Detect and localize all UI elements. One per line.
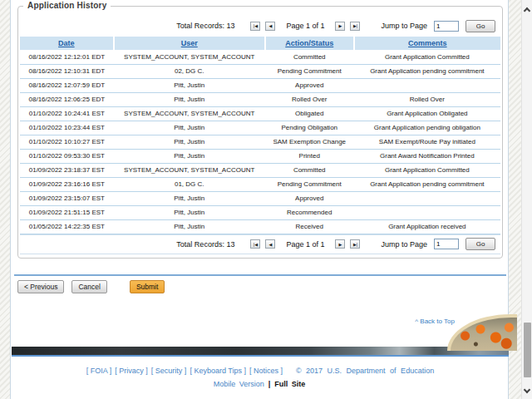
next-page-button[interactable]: ▶ bbox=[335, 22, 345, 31]
cell-date: 01/09/2022 21:51:15 EST bbox=[20, 205, 114, 219]
table-row: 01/10/2022 10:23:44 EST Pitt, Justin Pen… bbox=[20, 121, 500, 135]
cell-comments: Grant Application Committed bbox=[354, 50, 500, 64]
next-page-button[interactable]: ▶ bbox=[335, 239, 345, 249]
divider-line bbox=[14, 274, 506, 276]
footer-link[interactable]: [ Keyboard Tips ] bbox=[190, 367, 246, 375]
sort-comments-link[interactable]: Comments bbox=[408, 39, 447, 47]
application-history-table: Date User Action/Status Comments 08/16/2… bbox=[20, 37, 500, 234]
pagination-top: Total Records: 13 |◀ ◀ Page 1 of 1 ▶ ▶| … bbox=[20, 15, 500, 37]
table-header-row: Date User Action/Status Comments bbox=[20, 37, 500, 50]
back-to-top-link[interactable]: ^ Back to Top bbox=[415, 318, 455, 325]
cell-user: Pitt, Justin bbox=[114, 191, 265, 205]
cell-comments: SAM Exempt/Route Pay initiated bbox=[354, 135, 500, 149]
cell-action-status: Committed bbox=[265, 50, 354, 64]
previous-page-button[interactable]: ◀ bbox=[265, 239, 275, 249]
section-title: Application History bbox=[23, 1, 111, 10]
column-header-comments: Comments bbox=[354, 37, 500, 50]
cell-action-status: Approved bbox=[265, 78, 354, 92]
cell-comments: Grant Application pending commitment bbox=[354, 64, 500, 78]
footer-site-toggle: Mobile Version|Full Site bbox=[11, 380, 508, 388]
cell-date: 08/16/2022 12:10:31 EDT bbox=[20, 64, 114, 78]
table-row: 08/16/2022 12:10:31 EDT 02, DG C. Pendin… bbox=[20, 64, 500, 78]
cell-comments: Grant Award Notification Printed bbox=[354, 149, 500, 163]
table-row: 08/16/2022 12:12:01 EDT SYSTEM_ACCOUNT, … bbox=[20, 50, 500, 64]
cell-date: 01/10/2022 10:10:27 EST bbox=[20, 135, 114, 149]
page: { "title": "Application History", "pagin… bbox=[0, 0, 532, 399]
cell-date: 01/10/2022 10:23:44 EST bbox=[20, 121, 114, 135]
first-page-button[interactable]: |◀ bbox=[250, 239, 260, 249]
cell-date: 01/09/2022 23:18:37 EST bbox=[20, 163, 114, 177]
pagination-bottom: Total Records: 13 |◀ ◀ Page 1 of 1 ▶ ▶| … bbox=[20, 234, 500, 254]
sort-date-link[interactable]: Date bbox=[58, 39, 75, 47]
footer-banner-strip bbox=[12, 347, 509, 355]
cell-action-status: Obligated bbox=[265, 106, 354, 121]
footer-blue-line bbox=[12, 355, 509, 357]
column-header-user: User bbox=[114, 37, 265, 50]
cell-user: Pitt, Justin bbox=[114, 78, 265, 92]
go-button[interactable]: Go bbox=[466, 238, 495, 250]
scroll-up-icon[interactable] bbox=[524, 7, 530, 14]
scrollbar-thumb[interactable] bbox=[524, 323, 531, 377]
previous-page-button[interactable]: ◀ bbox=[265, 22, 275, 31]
page-indicator: Page 1 of 1 bbox=[286, 22, 324, 30]
scroll-down-icon[interactable] bbox=[524, 387, 530, 393]
table-row: 01/10/2022 10:10:27 EST Pitt, Justin SAM… bbox=[20, 135, 500, 149]
cell-action-status: Approved bbox=[265, 191, 354, 205]
table-row: 08/16/2022 12:06:25 EDT Pitt, Justin Rol… bbox=[20, 92, 500, 106]
jump-to-page-input[interactable] bbox=[434, 21, 459, 32]
copyright-text: © 2017 U.S. Department of Education bbox=[296, 367, 434, 375]
cell-action-status: Recommended bbox=[265, 205, 354, 219]
table-row: 01/05/2022 14:22:35 EST Pitt, Justin Rec… bbox=[20, 219, 500, 234]
mobile-version-link[interactable]: Mobile Version bbox=[214, 380, 264, 388]
jump-to-page-label: Jump to Page bbox=[381, 240, 427, 249]
sort-user-link[interactable]: User bbox=[181, 39, 198, 47]
footer-separator: | bbox=[268, 380, 271, 388]
cell-action-status: Received bbox=[265, 219, 354, 234]
cell-user: Pitt, Justin bbox=[114, 205, 265, 219]
submit-button[interactable]: Submit bbox=[130, 280, 165, 293]
last-page-button[interactable]: ▶| bbox=[350, 239, 360, 249]
cell-user: SYSTEM_ACCOUNT, SYSTEM_ACCOUNT bbox=[114, 106, 265, 121]
cell-date: 08/16/2022 12:12:01 EDT bbox=[20, 50, 114, 64]
footer-link[interactable]: [ Notices ] bbox=[249, 367, 283, 375]
total-records-label: Total Records: 13 bbox=[176, 240, 234, 249]
cell-comments bbox=[354, 191, 500, 205]
previous-button[interactable]: < Previous bbox=[17, 280, 64, 293]
table-row: 01/09/2022 21:51:15 EST Pitt, Justin Rec… bbox=[20, 205, 500, 219]
column-header-date: Date bbox=[20, 37, 114, 50]
cell-date: 01/09/2022 23:16:16 EST bbox=[20, 177, 114, 191]
vertical-scrollbar[interactable] bbox=[521, 0, 532, 399]
cell-user: 01, DG C. bbox=[114, 177, 265, 191]
cell-action-status: Pending Obligation bbox=[265, 121, 354, 135]
jump-to-page-label: Jump to Page bbox=[381, 22, 427, 30]
sort-action-status-link[interactable]: Action/Status bbox=[285, 39, 333, 47]
full-site-link[interactable]: Full Site bbox=[274, 380, 305, 388]
table-row: 01/10/2022 10:24:41 EST SYSTEM_ACCOUNT, … bbox=[20, 106, 500, 121]
content-panel: Application History Total Records: 13 |◀… bbox=[10, 0, 509, 399]
cancel-button[interactable]: Cancel bbox=[71, 280, 106, 293]
table-row: 08/16/2022 12:07:59 EDT Pitt, Justin App… bbox=[20, 78, 500, 92]
cell-user: SYSTEM_ACCOUNT, SYSTEM_ACCOUNT bbox=[114, 163, 265, 177]
cell-user: Pitt, Justin bbox=[114, 92, 265, 106]
action-buttons: < Previous Cancel Submit bbox=[17, 280, 165, 293]
table-row: 01/09/2022 23:16:16 EST 01, DG C. Pendin… bbox=[20, 177, 500, 191]
go-button[interactable]: Go bbox=[466, 20, 495, 32]
cell-comments: Grant Application pending commitment bbox=[354, 177, 500, 191]
first-page-button[interactable]: |◀ bbox=[250, 22, 260, 31]
cell-user: Pitt, Justin bbox=[114, 121, 265, 135]
footer-link[interactable]: [ Security ] bbox=[151, 367, 187, 375]
footer-link[interactable]: [ Privacy ] bbox=[115, 367, 148, 375]
cell-action-status: Pending Commitment bbox=[265, 177, 354, 191]
cell-action-status: Committed bbox=[265, 163, 354, 177]
total-records-label: Total Records: 13 bbox=[176, 22, 234, 30]
jump-to-page-input[interactable] bbox=[434, 239, 459, 249]
cell-user: Pitt, Justin bbox=[114, 149, 265, 163]
last-page-button[interactable]: ▶| bbox=[350, 22, 360, 31]
footer-links: [ FOIA ][ Privacy ][ Security ][ Keyboar… bbox=[85, 367, 284, 375]
cell-comments: Grant Application pending obligation bbox=[354, 121, 500, 135]
footer-link[interactable]: [ FOIA ] bbox=[86, 367, 112, 375]
cell-date: 08/16/2022 12:06:25 EDT bbox=[20, 92, 114, 106]
cell-date: 01/05/2022 14:22:35 EST bbox=[20, 219, 114, 234]
cell-action-status: Pending Commitment bbox=[265, 64, 354, 78]
page-indicator: Page 1 of 1 bbox=[286, 240, 324, 249]
